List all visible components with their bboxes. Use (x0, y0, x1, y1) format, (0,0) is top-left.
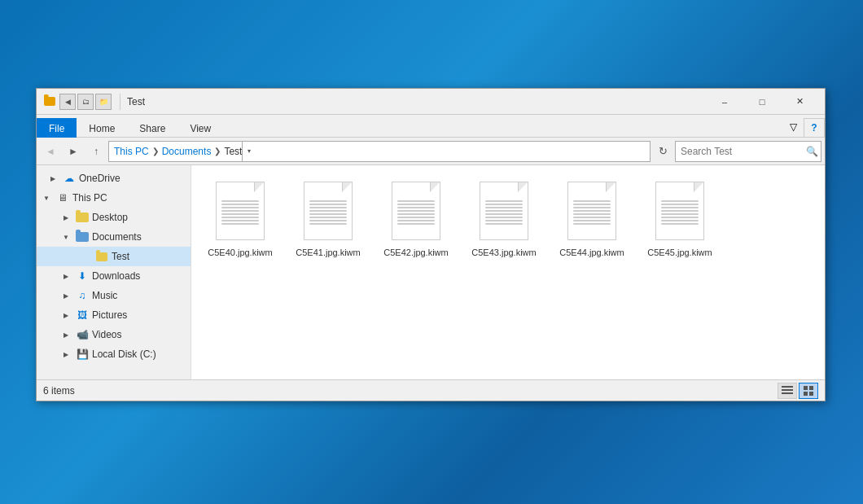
documents-folder-icon (76, 230, 89, 243)
file-icon-0 (211, 178, 269, 243)
svg-rect-3 (804, 386, 808, 390)
quick-access-newfolder-btn[interactable]: 📁 (95, 94, 112, 110)
file-item-2[interactable]: C5E42.jpg.kiwm (375, 173, 457, 263)
explorer-window: ◀ 🗂 📁 Test – □ ✕ File Home Share View ▽ … (36, 88, 826, 401)
tab-file[interactable]: File (37, 118, 77, 138)
breadcrumb-sep-2: ❯ (214, 147, 221, 156)
sidebar-item-music[interactable]: ▶ ♫ Music (37, 286, 191, 305)
tab-view[interactable]: View (177, 118, 223, 138)
details-view-btn[interactable] (778, 383, 797, 399)
search-icon[interactable]: 🔍 (806, 146, 818, 157)
tiles-view-icon (804, 386, 813, 396)
quick-access-back-btn[interactable]: ◀ (59, 94, 76, 110)
breadcrumb-test: Test (224, 146, 242, 157)
tab-home[interactable]: Home (77, 118, 127, 138)
file-name-0: C5E40.jpg.kiwm (208, 247, 272, 258)
nav-back-button[interactable]: ◄ (40, 141, 61, 162)
tab-share[interactable]: Share (127, 118, 177, 138)
file-item-3[interactable]: C5E43.jpg.kiwm (463, 173, 545, 263)
sidebar-label-this-pc: This PC (72, 192, 107, 204)
expand-icon-downloads[interactable]: ▶ (59, 270, 72, 283)
sidebar-label-test: Test (112, 251, 129, 262)
file-icon-4 (563, 178, 621, 243)
sidebar-label-local-disk: Local Disk (C:) (92, 348, 156, 360)
details-view-icon (782, 386, 793, 396)
item-count: 6 items (43, 385, 778, 397)
svg-rect-0 (782, 386, 793, 388)
title-divider (120, 94, 120, 110)
close-button[interactable]: ✕ (781, 89, 818, 115)
sidebar-label-downloads: Downloads (92, 270, 140, 282)
expand-icon-videos[interactable]: ▶ (59, 328, 72, 341)
svg-rect-4 (809, 386, 813, 390)
expand-icon-music[interactable]: ▶ (59, 289, 72, 302)
file-name-3: C5E43.jpg.kiwm (471, 247, 536, 258)
sidebar-label-desktop: Desktop (92, 212, 128, 223)
ribbon-expand-btn[interactable]: ▽ (782, 117, 804, 137)
sidebar-item-downloads[interactable]: ▶ ⬇ Downloads (37, 266, 191, 286)
minimize-button[interactable]: – (706, 89, 743, 115)
breadcrumb-sep-1: ❯ (152, 147, 159, 156)
quick-access-toolbar: ◀ 🗂 📁 (59, 94, 112, 110)
file-name-4: C5E44.jpg.kiwm (559, 247, 624, 258)
doc-icon-2 (392, 182, 440, 240)
sidebar-item-pictures[interactable]: ▶ 🖼 Pictures (37, 305, 191, 325)
tiles-view-btn[interactable] (799, 383, 818, 399)
sidebar-item-onedrive[interactable]: ▶ ☁ OneDrive (37, 169, 191, 188)
desktop-folder-icon (76, 211, 89, 224)
file-item-1[interactable]: C5E41.jpg.kiwm (287, 173, 369, 263)
breadcrumb-documents[interactable]: Documents (162, 146, 212, 157)
quick-access-properties-btn[interactable]: 🗂 (77, 94, 94, 110)
svg-rect-5 (804, 392, 808, 396)
breadcrumb-this-pc[interactable]: This PC (114, 146, 149, 157)
file-item-0[interactable]: C5E40.jpg.kiwm (199, 173, 281, 263)
videos-folder-icon: 📹 (76, 328, 89, 341)
expand-icon-desktop[interactable]: ▶ (59, 211, 72, 224)
refresh-button[interactable]: ↻ (652, 141, 673, 162)
sidebar: ▶ ☁ OneDrive ▼ 🖥 This PC ▶ Desktop ▼ (37, 165, 191, 379)
test-folder-icon (95, 250, 108, 263)
sidebar-item-videos[interactable]: ▶ 📹 Videos (37, 325, 191, 344)
expand-icon-docs[interactable]: ▼ (59, 230, 72, 243)
sidebar-label-music: Music (92, 290, 117, 301)
title-folder-icon (43, 95, 56, 108)
sidebar-item-desktop[interactable]: ▶ Desktop (37, 208, 191, 227)
doc-icon-0 (216, 182, 265, 240)
onedrive-icon: ☁ (63, 172, 76, 185)
sidebar-item-this-pc[interactable]: ▼ 🖥 This PC (37, 188, 191, 208)
file-icon-3 (475, 178, 533, 243)
address-dropdown-btn[interactable]: ▾ (242, 141, 255, 162)
svg-rect-2 (782, 392, 793, 394)
file-icon-5 (651, 178, 709, 243)
window-controls: – □ ✕ (706, 89, 818, 115)
view-buttons (778, 383, 818, 399)
window-title: Test (124, 96, 706, 107)
help-button[interactable]: ? (804, 118, 825, 138)
title-bar: ◀ 🗂 📁 Test – □ ✕ (37, 89, 825, 115)
file-item-5[interactable]: C5E45.jpg.kiwm (639, 173, 721, 263)
expand-icon[interactable]: ▶ (46, 172, 59, 185)
doc-icon-3 (480, 182, 528, 240)
file-item-4[interactable]: C5E44.jpg.kiwm (551, 173, 633, 263)
file-name-1: C5E41.jpg.kiwm (296, 247, 360, 258)
doc-icon-5 (655, 182, 704, 240)
sidebar-label-onedrive: OneDrive (79, 173, 120, 184)
search-box[interactable]: 🔍 (675, 141, 821, 162)
file-icon-2 (387, 178, 445, 243)
svg-rect-1 (782, 389, 793, 391)
nav-up-button[interactable]: ↑ (85, 141, 107, 162)
expand-icon-pictures[interactable]: ▶ (59, 309, 72, 322)
expand-icon-disk[interactable]: ▶ (59, 348, 72, 361)
downloads-folder-icon: ⬇ (76, 270, 89, 283)
search-input[interactable] (681, 146, 803, 157)
sidebar-item-local-disk[interactable]: ▶ 💾 Local Disk (C:) (37, 344, 191, 364)
status-bar: 6 items (37, 379, 825, 401)
nav-forward-button[interactable]: ► (63, 141, 84, 162)
sidebar-item-documents[interactable]: ▼ Documents (37, 227, 191, 247)
maximize-button[interactable]: □ (743, 89, 781, 115)
address-box[interactable]: This PC ❯ Documents ❯ Test ▾ (108, 141, 651, 162)
ribbon-tabs: File Home Share View ▽ ? (37, 115, 825, 138)
sidebar-item-test[interactable]: ▶ Test (37, 247, 191, 266)
expand-icon-pc[interactable]: ▼ (40, 191, 53, 204)
file-name-5: C5E45.jpg.kiwm (647, 247, 712, 258)
